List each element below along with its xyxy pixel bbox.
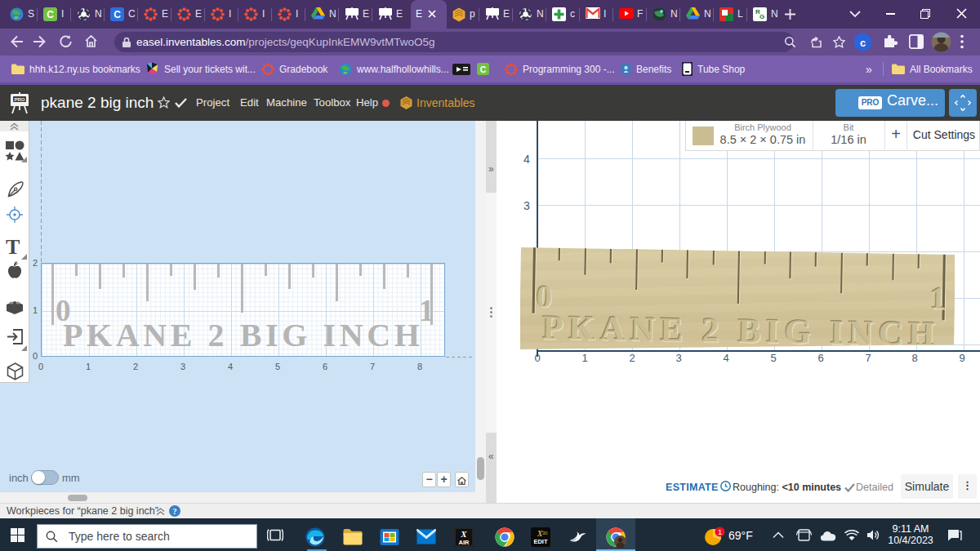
svg-text:PRO: PRO [14,97,24,102]
svg-text:c: c [860,37,866,49]
svg-text:AIR: AIR [459,539,470,546]
svg-text:X: X [460,529,467,539]
svg-text:30: 30 [542,531,548,535]
svg-text:?: ? [173,507,177,516]
svg-text:C: C [47,9,54,20]
svg-text:1: 1 [718,528,722,536]
svg-text:EDIT: EDIT [533,538,548,545]
svg-text:G: G [760,13,764,20]
svg-text:C: C [114,9,121,20]
svg-text:C: C [480,64,487,74]
